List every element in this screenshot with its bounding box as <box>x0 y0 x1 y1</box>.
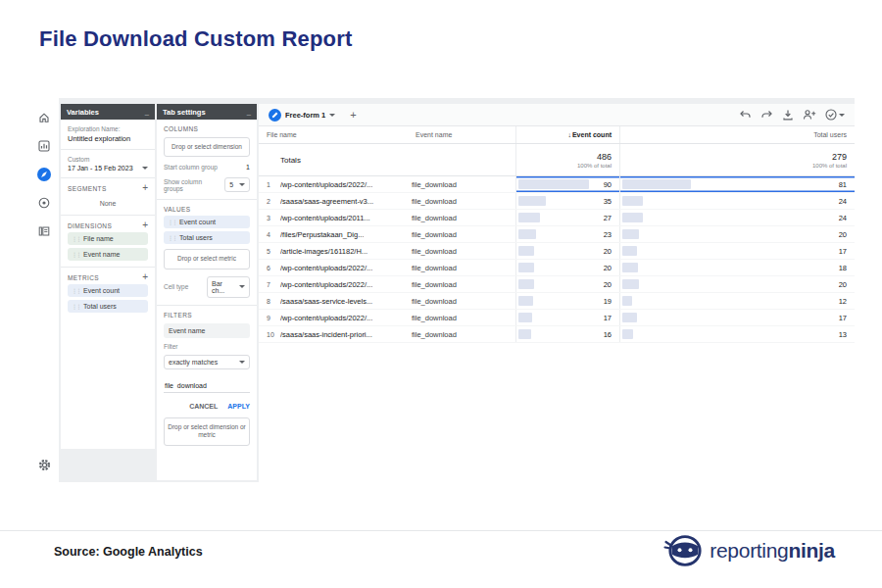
nav-settings[interactable] <box>36 457 52 472</box>
nav-home[interactable] <box>36 110 52 125</box>
metrics-label: METRICS <box>68 274 99 281</box>
totals-row: Totals 486 100% of total 279 100% of tot… <box>259 144 855 176</box>
add-segment-button[interactable]: + <box>142 184 148 192</box>
event-count-bar <box>518 329 531 339</box>
add-dimension-button[interactable]: + <box>142 221 148 229</box>
event-name-cell: file_download <box>408 260 515 275</box>
table-row[interactable]: 2/saasa/saas-agreement-v3...file_downloa… <box>259 193 855 210</box>
event-count-bar <box>518 279 534 289</box>
event-count-cell: 16 <box>515 326 619 342</box>
date-range-value: 17 Jan - 15 Feb 2023 <box>68 165 133 172</box>
file-name-cell: /wp-content/uploads/2011... <box>280 214 370 222</box>
add-tab-button[interactable]: + <box>350 109 356 121</box>
total-users-bar <box>622 196 643 206</box>
drag-handle-icon <box>168 234 176 241</box>
minimize-icon[interactable]: _ <box>247 108 251 117</box>
drag-handle-icon <box>72 251 80 258</box>
drop-dimension-or-metric-target[interactable]: Drop or select dimension or metric <box>164 417 250 446</box>
total-users-bar <box>622 329 633 339</box>
cell-type-label: Cell type <box>164 283 188 290</box>
cell-type-select[interactable]: Bar ch... <box>207 276 250 298</box>
row-index: 5 <box>267 248 280 255</box>
cancel-button[interactable]: CANCEL <box>189 403 218 410</box>
filter-value-input[interactable] <box>164 379 250 393</box>
exploration-name-value[interactable]: Untitled exploration <box>68 134 148 143</box>
filter-field-chip[interactable]: Event name <box>164 323 250 338</box>
date-range-type: Custom <box>68 156 148 163</box>
value-chip[interactable]: Event count <box>164 216 250 228</box>
total-users-bar <box>622 229 639 239</box>
chevron-down-icon <box>239 183 245 186</box>
tab-free-form-1[interactable]: Free-form 1 <box>269 109 335 122</box>
file-name-cell: /saasa/saas-incident-priori... <box>280 330 372 339</box>
total-users-bar <box>622 313 637 322</box>
nav-advertising[interactable] <box>36 195 52 211</box>
drop-metric-target[interactable]: Drop or select metric <box>164 249 250 269</box>
download-button[interactable] <box>782 109 794 121</box>
event-name-cell: file_download <box>408 276 515 292</box>
table-row[interactable]: 4/files/Perpustakaan_Dig...file_download… <box>259 226 855 243</box>
event-name-cell: file_download <box>408 293 515 309</box>
nav-library[interactable] <box>36 223 52 239</box>
col-header-event-count[interactable]: ↓ Event count <box>515 126 619 143</box>
table-row[interactable]: 6/wp-content/uploads/2022/...file_downlo… <box>259 260 855 276</box>
add-metric-button[interactable]: + <box>142 273 148 281</box>
show-column-groups-select[interactable]: 5 <box>224 177 250 192</box>
divider <box>157 199 257 200</box>
event-count-bar <box>518 213 540 222</box>
chevron-down-icon <box>239 285 245 288</box>
event-count-bar <box>518 196 546 206</box>
source-text: Source: Google Analytics <box>54 545 203 559</box>
metric-chip[interactable]: Event count <box>68 284 148 297</box>
start-column-group-value[interactable]: 1 <box>246 164 250 171</box>
file-name-cell: /wp-content/uploads/2022/... <box>280 264 372 272</box>
event-name-cell: file_download <box>408 326 515 342</box>
nav-reports[interactable] <box>36 138 52 154</box>
drop-dimension-target[interactable]: Drop or select dimension <box>164 137 250 157</box>
table-row[interactable]: 8/saasa/saas-service-levels...file_downl… <box>259 293 855 310</box>
match-type-select[interactable]: exactly matches <box>164 355 250 369</box>
settings-icon <box>38 459 51 471</box>
total-users-cell: 81 <box>619 176 855 192</box>
table-row[interactable]: 5/article-images/161182/H...file_downloa… <box>259 243 855 260</box>
apply-button[interactable]: APPLY <box>227 403 250 410</box>
event-count-cell: 35 <box>515 193 619 209</box>
file-name-cell: /wp-content/uploads/2022/... <box>280 314 372 322</box>
table-row[interactable]: 1/wp-content/uploads/2022/...file_downlo… <box>259 176 855 193</box>
total-users-cell: 20 <box>619 226 855 242</box>
col-header-total-users[interactable]: Total users <box>619 126 855 143</box>
table-row[interactable]: 9/wp-content/uploads/2022/...file_downlo… <box>259 310 855 326</box>
status-menu-button[interactable] <box>825 109 845 121</box>
redo-button[interactable] <box>760 109 773 121</box>
col-header-file-name[interactable]: File name <box>259 131 408 138</box>
totals-event-count: 486 100% of total <box>515 144 619 175</box>
dimensions-label: DIMENSIONS <box>68 222 112 229</box>
brand-name: reportingninja <box>710 539 835 563</box>
table-row[interactable]: 3/wp-content/uploads/2011...file_downloa… <box>259 210 855 226</box>
metric-chip[interactable]: Total users <box>68 300 148 313</box>
value-chip[interactable]: Total users <box>164 231 250 244</box>
table-row[interactable]: 7/wp-content/uploads/2022/...file_downlo… <box>259 276 855 293</box>
exploration-name-label: Exploration Name: <box>68 125 148 132</box>
total-users-bar <box>622 213 643 222</box>
divider <box>61 267 155 268</box>
nav-explore-selected[interactable] <box>36 167 52 182</box>
minimize-icon[interactable]: _ <box>145 108 149 117</box>
undo-button[interactable] <box>739 109 752 121</box>
ga-screenshot: Variables _ Exploration Name: Untitled e… <box>29 98 855 482</box>
event-count-bar <box>518 179 589 189</box>
share-button[interactable] <box>803 109 816 121</box>
dimension-chip[interactable]: File name <box>68 232 148 245</box>
total-users-cell: 12 <box>619 293 855 309</box>
page: File Download Custom Report <box>0 0 882 588</box>
dimension-chip[interactable]: Event name <box>68 248 148 261</box>
canvas-toolbar <box>739 109 845 121</box>
tab-settings-header: Tab settings _ <box>157 104 257 120</box>
drag-handle-icon <box>168 219 176 225</box>
table-row[interactable]: 10/saasa/saas-incident-priori...file_dow… <box>259 326 855 343</box>
total-users-bar <box>622 296 632 306</box>
date-range-picker[interactable]: 17 Jan - 15 Feb 2023 <box>68 165 148 172</box>
chevron-down-icon <box>142 167 148 170</box>
event-name-cell: file_download <box>408 226 515 242</box>
col-header-event-name[interactable]: Event name <box>408 131 515 138</box>
